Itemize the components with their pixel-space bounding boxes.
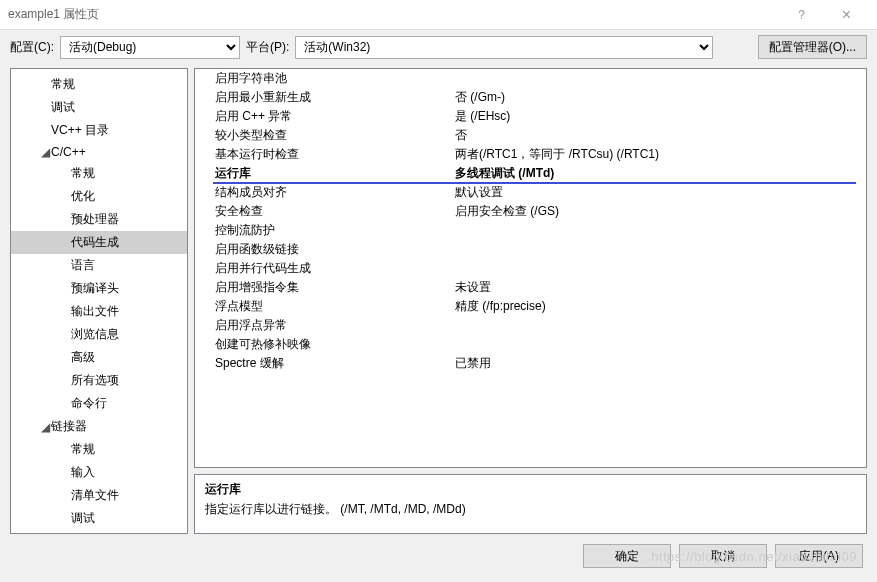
- tree-node[interactable]: 输入: [11, 461, 187, 484]
- tree-node[interactable]: 调试: [11, 507, 187, 530]
- tree-node[interactable]: 清单文件: [11, 484, 187, 507]
- tree-node[interactable]: 预处理器: [11, 208, 187, 231]
- property-row[interactable]: 创建可热修补映像: [195, 335, 866, 354]
- property-label: 启用字符串池: [195, 70, 455, 87]
- property-label: 浮点模型: [195, 298, 455, 315]
- property-label: 运行库: [195, 165, 455, 182]
- tree-node[interactable]: 所有选项: [11, 369, 187, 392]
- tree-node[interactable]: 语言: [11, 254, 187, 277]
- property-row[interactable]: 启用浮点异常: [195, 316, 866, 335]
- property-value: 否 (/Gm-): [455, 89, 866, 106]
- tree-node[interactable]: 命令行: [11, 392, 187, 415]
- property-row[interactable]: 启用并行代码生成: [195, 259, 866, 278]
- property-label: 基本运行时检查: [195, 146, 455, 163]
- tree-node[interactable]: VC++ 目录: [11, 119, 187, 142]
- tree-node-label: 语言: [71, 257, 95, 274]
- tree-node-label: 预编译头: [71, 280, 119, 297]
- tree-node[interactable]: ◢C/C++: [11, 142, 187, 162]
- property-value: [455, 70, 866, 87]
- description-title: 运行库: [205, 481, 856, 498]
- property-label: 结构成员对齐: [195, 184, 455, 201]
- platform-label: 平台(P):: [246, 39, 289, 56]
- property-row[interactable]: 运行库多线程调试 (/MTd): [195, 164, 866, 183]
- property-row[interactable]: 启用字符串池: [195, 69, 866, 88]
- property-label: 启用 C++ 异常: [195, 108, 455, 125]
- tree-node[interactable]: 浏览信息: [11, 323, 187, 346]
- tree-node-label: 系统: [71, 533, 95, 534]
- property-row[interactable]: 基本运行时检查两者(/RTC1，等同于 /RTCsu) (/RTC1): [195, 145, 866, 164]
- tree-node-label: 所有选项: [71, 372, 119, 389]
- property-value: 已禁用: [455, 355, 866, 372]
- footer: 确定 取消 应用(A): [0, 534, 877, 578]
- property-value: 多线程调试 (/MTd): [455, 165, 866, 182]
- tree-node[interactable]: 常规: [11, 438, 187, 461]
- property-value: [455, 222, 866, 239]
- tree-node-label: 代码生成: [71, 234, 119, 251]
- tree-node-label: 调试: [51, 99, 75, 116]
- property-row[interactable]: 启用最小重新生成否 (/Gm-): [195, 88, 866, 107]
- tree-node-label: 常规: [51, 76, 75, 93]
- property-value: [455, 260, 866, 277]
- tree-node[interactable]: 高级: [11, 346, 187, 369]
- tree-node[interactable]: ◢链接器: [11, 415, 187, 438]
- tree-node-label: 浏览信息: [71, 326, 119, 343]
- tree-node-label: 命令行: [71, 395, 107, 412]
- property-label: Spectre 缓解: [195, 355, 455, 372]
- cancel-button[interactable]: 取消: [679, 544, 767, 568]
- property-value: [455, 241, 866, 258]
- property-row[interactable]: 浮点模型精度 (/fp:precise): [195, 297, 866, 316]
- tree-panel: 常规调试VC++ 目录◢C/C++常规优化预处理器代码生成语言预编译头输出文件浏…: [10, 68, 188, 534]
- tree-node[interactable]: 预编译头: [11, 277, 187, 300]
- config-select[interactable]: 活动(Debug): [60, 36, 240, 59]
- tree-node[interactable]: 常规: [11, 73, 187, 96]
- tree-node[interactable]: 调试: [11, 96, 187, 119]
- property-label: 启用函数级链接: [195, 241, 455, 258]
- property-value: 启用安全检查 (/GS): [455, 203, 866, 220]
- tree-node-label: 优化: [71, 188, 95, 205]
- property-label: 启用并行代码生成: [195, 260, 455, 277]
- tree-node[interactable]: 输出文件: [11, 300, 187, 323]
- tree-node[interactable]: 优化: [11, 185, 187, 208]
- property-row[interactable]: 控制流防护: [195, 221, 866, 240]
- property-row[interactable]: 较小类型检查否: [195, 126, 866, 145]
- property-row[interactable]: Spectre 缓解已禁用: [195, 354, 866, 373]
- property-value: 否: [455, 127, 866, 144]
- close-button[interactable]: ×: [824, 0, 869, 30]
- window-title: example1 属性页: [8, 6, 779, 23]
- property-value: [455, 336, 866, 353]
- property-label: 启用增强指令集: [195, 279, 455, 296]
- tree-node-label: 常规: [71, 441, 95, 458]
- property-label: 较小类型检查: [195, 127, 455, 144]
- property-row[interactable]: 安全检查启用安全检查 (/GS): [195, 202, 866, 221]
- tree-caret-icon: ◢: [39, 145, 51, 159]
- tree-node-label: 预处理器: [71, 211, 119, 228]
- toolbar: 配置(C): 活动(Debug) 平台(P): 活动(Win32) 配置管理器(…: [0, 30, 877, 64]
- tree-node[interactable]: 系统: [11, 530, 187, 534]
- property-label: 启用浮点异常: [195, 317, 455, 334]
- apply-button[interactable]: 应用(A): [775, 544, 863, 568]
- tree-node-label: 高级: [71, 349, 95, 366]
- titlebar: example1 属性页 ? ×: [0, 0, 877, 30]
- platform-select[interactable]: 活动(Win32): [295, 36, 713, 59]
- property-value: 精度 (/fp:precise): [455, 298, 866, 315]
- tree-node[interactable]: 代码生成: [11, 231, 187, 254]
- property-label: 启用最小重新生成: [195, 89, 455, 106]
- config-manager-button[interactable]: 配置管理器(O)...: [758, 35, 867, 59]
- help-button[interactable]: ?: [779, 0, 824, 30]
- tree-node-label: C/C++: [51, 145, 86, 159]
- tree-node-label: 清单文件: [71, 487, 119, 504]
- tree-node-label: 输出文件: [71, 303, 119, 320]
- property-row[interactable]: 启用 C++ 异常是 (/EHsc): [195, 107, 866, 126]
- ok-button[interactable]: 确定: [583, 544, 671, 568]
- property-row[interactable]: 启用增强指令集未设置: [195, 278, 866, 297]
- tree-node[interactable]: 常规: [11, 162, 187, 185]
- tree-node-label: 调试: [71, 510, 95, 527]
- property-label: 安全检查: [195, 203, 455, 220]
- property-value: [455, 317, 866, 334]
- property-row[interactable]: 结构成员对齐默认设置: [195, 183, 866, 202]
- property-label: 创建可热修补映像: [195, 336, 455, 353]
- property-value: 未设置: [455, 279, 866, 296]
- tree-node-label: 常规: [71, 165, 95, 182]
- property-value: 两者(/RTC1，等同于 /RTCsu) (/RTC1): [455, 146, 866, 163]
- property-row[interactable]: 启用函数级链接: [195, 240, 866, 259]
